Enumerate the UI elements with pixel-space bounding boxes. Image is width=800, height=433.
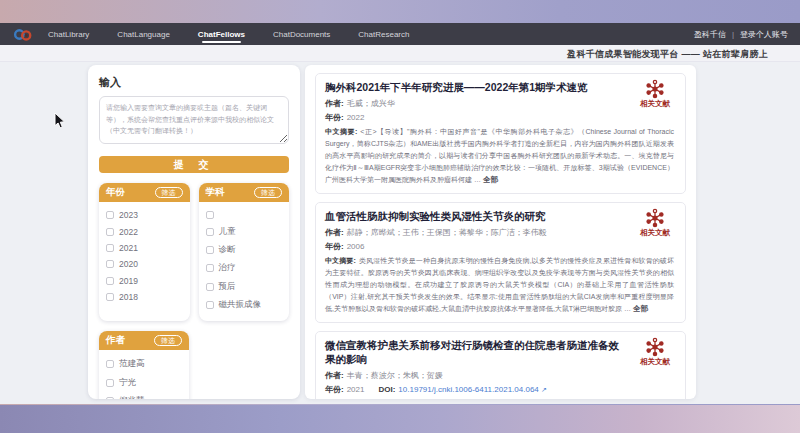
checkbox-icon[interactable] [106, 397, 114, 399]
subject-option-label: 儿童 [219, 226, 236, 238]
input-section-title: 输入 [99, 75, 289, 90]
related-literature-badge[interactable]: 相关文献 [632, 208, 678, 238]
author-checkbox-row[interactable]: 宁光 [106, 374, 182, 392]
browser-window: ChatLibrary ChatLanguage ChatFellows Cha… [0, 23, 800, 405]
author-checkbox-row[interactable]: 倪兆慧 [106, 392, 182, 399]
year-checkbox-row[interactable]: 2018 [106, 289, 183, 305]
subject-option-label: 治疗 [219, 262, 236, 274]
checkbox-icon[interactable] [106, 228, 114, 236]
checkbox-icon[interactable] [206, 264, 214, 272]
year-option-label: 2020 [119, 259, 138, 269]
subject-filter-button[interactable]: 筛选 [254, 187, 282, 198]
nav-menu: ChatLibrary ChatLanguage ChatFellows Cha… [48, 30, 409, 39]
article-title[interactable]: 胸外科2021年下半年研究进展——2022年第1期学术速览 [325, 81, 676, 95]
submit-button[interactable]: 提 交 [99, 156, 289, 173]
search-sidebar: 输入 提 交 年份 筛选 2023 [88, 65, 300, 399]
checkbox-icon[interactable] [206, 228, 214, 236]
show-all-link[interactable]: 全部 [633, 304, 648, 313]
abstract-text: 中文摘要:类风湿性关节炎是一种自身抗原未明的慢性自身免疫病,以多关节的慢性炎症及… [325, 255, 676, 315]
subject-checkbox-row[interactable]: 诊断 [206, 241, 283, 259]
author-checkbox-row[interactable]: 范建高 [106, 355, 182, 373]
article-list: 相关文献 胸外科2021年下半年研究进展——2022年第1期学术速览 作者:毛威… [315, 73, 686, 399]
checkbox-icon[interactable] [206, 246, 214, 254]
platform-slogan: 盈科千信成果智能发现平台 —— 站在前辈肩膀上 [567, 48, 768, 61]
year-option-label: 2022 [119, 227, 138, 237]
article-title[interactable]: 血管活性肠肽抑制实验性类风湿性关节炎的研究 [325, 210, 676, 224]
checkbox-icon[interactable] [206, 211, 214, 219]
year-row: 年份:2022 [325, 112, 676, 123]
abstract-label: 中文摘要: [325, 257, 356, 264]
year-filter-button[interactable]: 筛选 [155, 187, 183, 198]
subject-option-label: 诊断 [219, 244, 236, 256]
abstract-text: 中文摘要:<正>【导读】"胸外科：中国好声音"是《中华胸部外科电子杂志》（Chi… [325, 126, 676, 186]
authors-value: 丰青；蔡波尔；朱枫；贺媛 [347, 371, 443, 380]
checkbox-icon[interactable] [106, 211, 114, 219]
article-title[interactable]: 微信宣教将护患关系前移对进行肠镜检查的住院患者肠道准备效果的影响 [325, 339, 676, 367]
year-checkbox-row[interactable]: 2023 [106, 207, 183, 223]
nav-divider: | [732, 30, 734, 39]
year-value: 2022 [347, 113, 365, 122]
results-panel: 相关文献 胸外科2021年下半年研究进展——2022年第1期学术速览 作者:毛威… [305, 65, 696, 399]
query-textarea[interactable] [99, 96, 289, 144]
authors-label: 作者: [325, 371, 344, 380]
nav-item[interactable]: ChatDocuments [273, 30, 330, 39]
badge-label: 相关文献 [632, 357, 678, 367]
network-icon [645, 79, 665, 99]
doi-link[interactable]: 10.19791/j.cnki.1006-6411.2021.04.064 [398, 385, 538, 394]
year-row: 年份:2006 [325, 241, 676, 252]
subject-checkbox-row[interactable] [206, 207, 283, 222]
nav-item[interactable]: ChatLibrary [48, 30, 89, 39]
nav-right: 盈科千信 | 登录个人账号 [694, 29, 788, 40]
related-literature-badge[interactable]: 相关文献 [632, 337, 678, 367]
checkbox-icon[interactable] [206, 283, 214, 291]
year-panel-title: 年份 [106, 186, 125, 199]
checkbox-icon[interactable] [106, 260, 114, 268]
year-label: 年份: [325, 113, 344, 122]
network-icon [645, 337, 665, 357]
show-all-link[interactable]: 全部 [483, 175, 498, 184]
abstract-text: 中文摘要:目的:通过实施微信宣教,提前建立护患关系,将护理服务前移,探讨其对进行… [325, 398, 676, 399]
network-icon [645, 208, 665, 228]
subject-checkbox-row[interactable]: 治疗 [206, 259, 283, 277]
year-row: 年份:2021DOI:10.19791/j.cnki.1006-6411.202… [325, 384, 676, 395]
nav-item[interactable]: ChatResearch [358, 30, 409, 39]
authors-label: 作者: [325, 228, 344, 237]
related-literature-badge[interactable]: 相关文献 [632, 79, 678, 109]
author-filter-button[interactable]: 筛选 [154, 335, 182, 346]
checkbox-icon[interactable] [106, 244, 114, 252]
abstract-value: <正>【导读】"胸外科：中国好声音"是《中华胸部外科电子杂志》（Chinese … [325, 128, 674, 183]
year-option-label: 2021 [119, 243, 138, 253]
nav-item[interactable]: ChatLanguage [117, 30, 170, 39]
checkbox-icon[interactable] [106, 277, 114, 285]
year-label: 年份: [325, 242, 344, 251]
year-option-label: 2023 [119, 210, 138, 220]
authors-row: 作者:丰青；蔡波尔；朱枫；贺媛 [325, 370, 676, 381]
article-card: 相关文献 胸外科2021年下半年研究进展——2022年第1期学术速览 作者:毛威… [315, 73, 686, 194]
checkbox-icon[interactable] [206, 301, 214, 309]
author-option-label: 宁光 [119, 377, 136, 389]
checkbox-icon[interactable] [106, 360, 114, 368]
author-option-label: 倪兆慧 [119, 395, 145, 399]
year-value: 2021 [347, 385, 365, 394]
checkbox-icon[interactable] [106, 379, 114, 387]
login-link[interactable]: 登录个人账号 [740, 29, 788, 40]
subject-checkbox-row[interactable]: 磁共振成像 [206, 296, 283, 314]
author-filter-panel: 作者 筛选 范建高 宁光 [99, 331, 189, 399]
nav-item[interactable]: ChatFellows [198, 30, 245, 39]
authors-value: 郝静；席晔斌；王伟；王保国；蒋黎华；陈广洁；李伟毅 [347, 228, 547, 237]
year-value: 2006 [347, 242, 365, 251]
year-checkbox-row[interactable]: 2019 [106, 273, 183, 289]
desktop-wallpaper [0, 405, 800, 433]
year-checkbox-row[interactable]: 2022 [106, 223, 183, 239]
article-card: 相关文献 血管活性肠肽抑制实验性类风湿性关节炎的研究 作者:郝静；席晔斌；王伟；… [315, 202, 686, 323]
subject-checkbox-row[interactable]: 预后 [206, 278, 283, 296]
year-checkbox-row[interactable]: 2021 [106, 240, 183, 256]
year-option-label: 2018 [119, 292, 138, 302]
authors-value: 毛威；成兴华 [347, 99, 395, 108]
doi-label: DOI: [378, 385, 395, 394]
site-name-link[interactable]: 盈科千信 [694, 29, 726, 40]
top-navbar: ChatLibrary ChatLanguage ChatFellows Cha… [0, 23, 800, 45]
subject-checkbox-row[interactable]: 儿童 [206, 222, 283, 240]
checkbox-icon[interactable] [106, 293, 114, 301]
year-checkbox-row[interactable]: 2020 [106, 256, 183, 272]
